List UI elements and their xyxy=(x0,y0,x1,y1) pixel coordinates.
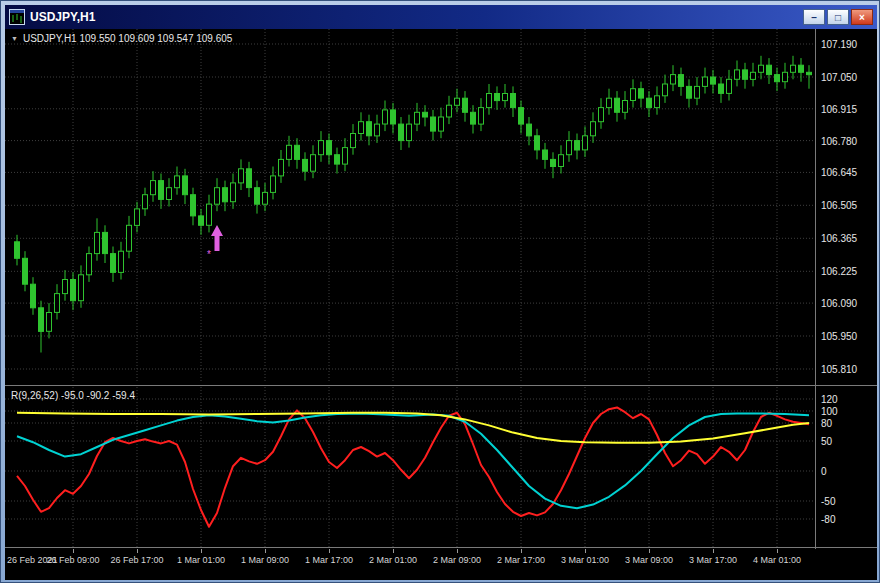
restore-button[interactable]: □ xyxy=(827,9,849,25)
chart-client-area: * ▼ USDJPY,H1 109.550 109.609 109.547 10… xyxy=(5,29,877,580)
price-tick-label: 106.915 xyxy=(821,104,857,115)
time-tick xyxy=(713,549,714,553)
indicator-tick-label: 100 xyxy=(821,406,838,417)
price-tick-label: 107.190 xyxy=(821,39,857,50)
svg-text:*: * xyxy=(207,249,211,260)
pane-divider[interactable] xyxy=(5,385,877,386)
time-tick xyxy=(329,549,330,553)
indicator-label: R(9,26,52) -95.0 -90.2 -59.4 xyxy=(11,390,135,401)
time-axis[interactable]: 26 Feb 202126 Feb 09:0026 Feb 17:001 Mar… xyxy=(5,549,877,580)
time-tick xyxy=(201,549,202,553)
price-tick-label: 106.645 xyxy=(821,167,857,178)
time-tick xyxy=(521,549,522,553)
time-label: 3 Mar 09:00 xyxy=(625,555,673,565)
minimize-button[interactable]: – xyxy=(803,9,825,25)
time-label: 3 Mar 01:00 xyxy=(561,555,609,565)
r52-line[interactable] xyxy=(17,413,809,443)
time-label: 2 Mar 17:00 xyxy=(497,555,545,565)
window-title: USDJPY,H1 xyxy=(30,10,801,24)
indicator-chart-canvas[interactable] xyxy=(5,387,815,547)
ohlc-text: USDJPY,H1 109.550 109.609 109.547 109.60… xyxy=(23,33,232,44)
time-tick xyxy=(393,549,394,553)
indicator-tick-label: -80 xyxy=(821,514,835,525)
price-tick-label: 106.090 xyxy=(821,298,857,309)
titlebar[interactable]: USDJPY,H1 – □ × xyxy=(5,5,877,29)
time-label: 26 Feb 09:00 xyxy=(46,555,99,565)
chart-window-icon xyxy=(9,9,25,25)
time-tick xyxy=(457,549,458,553)
time-label: 2 Mar 01:00 xyxy=(369,555,417,565)
collapse-arrow-icon[interactable]: ▼ xyxy=(11,35,18,42)
time-label: 26 Feb 17:00 xyxy=(110,555,163,565)
price-tick-label: 106.780 xyxy=(821,136,857,147)
indicator-tick-label: -50 xyxy=(821,496,835,507)
indicator-grid-layer xyxy=(5,387,815,547)
time-label: 4 Mar 01:00 xyxy=(753,555,801,565)
indicator-tick-label: 0 xyxy=(821,466,827,477)
mt4-chart-window: USDJPY,H1 – □ × * ▼ USDJPY,H1 109.550 10… xyxy=(0,0,880,583)
price-tick-label: 105.950 xyxy=(821,331,857,342)
time-label: 1 Mar 09:00 xyxy=(241,555,289,565)
time-tick xyxy=(585,549,586,553)
time-label: 2 Mar 09:00 xyxy=(433,555,481,565)
main-chart-canvas[interactable]: * xyxy=(5,29,815,383)
price-tick-label: 106.365 xyxy=(821,233,857,244)
time-tick xyxy=(777,549,778,553)
indicator-tick-label: 80 xyxy=(821,418,832,429)
main-grid-layer xyxy=(5,29,815,383)
indicator-tick-label: 120 xyxy=(821,394,838,405)
time-tick xyxy=(73,549,74,553)
time-tick xyxy=(137,549,138,553)
time-label: 1 Mar 17:00 xyxy=(305,555,353,565)
time-label: 1 Mar 01:00 xyxy=(177,555,225,565)
candles-layer xyxy=(15,56,812,353)
price-scale-separator xyxy=(815,29,816,580)
time-tick xyxy=(649,549,650,553)
indicator-tick-label: 50 xyxy=(821,436,832,447)
close-button[interactable]: × xyxy=(851,9,873,25)
time-axis-divider xyxy=(5,547,877,548)
time-label: 3 Mar 17:00 xyxy=(689,555,737,565)
price-tick-label: 106.505 xyxy=(821,200,857,211)
price-tick-label: 106.225 xyxy=(821,266,857,277)
price-tick-label: 107.050 xyxy=(821,72,857,83)
chart-info-label: ▼ USDJPY,H1 109.550 109.609 109.547 109.… xyxy=(11,33,232,44)
time-tick xyxy=(265,549,266,553)
r26-line[interactable] xyxy=(17,413,809,508)
price-tick-label: 105.810 xyxy=(821,364,857,375)
